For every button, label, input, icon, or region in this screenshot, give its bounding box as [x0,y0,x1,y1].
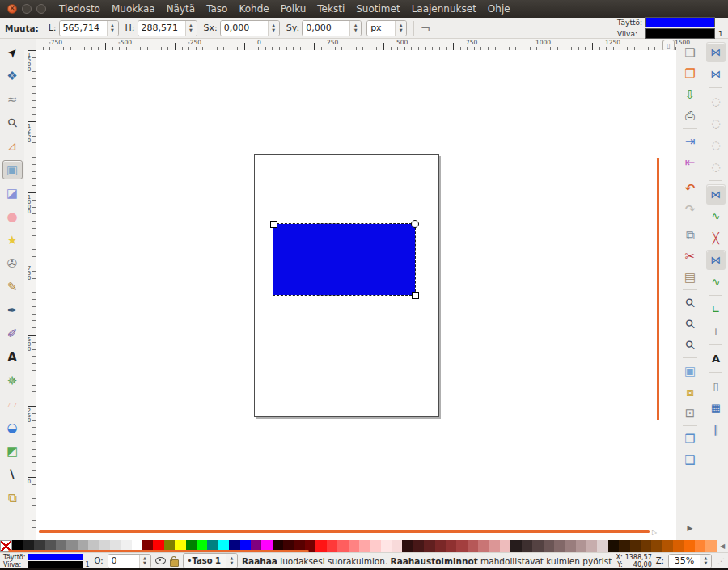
palette-swatch[interactable] [565,540,575,552]
palette-swatch[interactable] [349,540,359,552]
palette-swatch[interactable] [381,540,392,552]
horizontal-ruler[interactable]: -750-500-2500250500750100012501500 [36,39,676,51]
snap-page-border-toggle[interactable]: ▯ [706,376,726,396]
zoom-input[interactable] [669,555,700,568]
menu-ohje[interactable]: Ohje [482,1,516,17]
menu-tiedosto[interactable]: Tiedosto [53,1,106,17]
tweak-tool[interactable]: ≈ [2,90,23,109]
palette-swatch[interactable] [608,540,619,552]
copy-button[interactable]: ⧉ [679,225,700,245]
palette-swatch[interactable] [705,540,716,552]
snap-bbox-edge-midpoints-toggle[interactable]: ◌ [706,135,726,155]
unlink-clone-button[interactable]: ⊡ [679,403,700,423]
palette-swatch[interactable] [446,540,456,552]
dropper-tool[interactable]: ∖ [2,465,23,484]
palette-swatch[interactable] [597,540,607,552]
paint-bucket-tool[interactable]: ◒ [2,418,23,437]
ungroup-button[interactable]: ❑ [679,450,700,470]
text-tool[interactable]: A [2,348,23,367]
palette-swatch[interactable] [413,540,424,552]
palette-swatch[interactable] [315,540,326,552]
duplicate-button[interactable]: ▣ [679,361,700,381]
spinner-arrows-icon[interactable]: ▲▼ [268,21,279,36]
layer-visibility-eye-icon[interactable] [155,557,166,564]
ry-spinbox[interactable]: ▲▼ [302,20,362,36]
palette-swatch[interactable] [359,540,370,552]
menu-näytä[interactable]: Näytä [161,1,201,17]
connector-tool[interactable]: ⧉ [2,488,23,508]
vertical-scrollbar[interactable] [657,158,659,420]
palette-swatch[interactable] [544,540,554,552]
palette-swatch[interactable] [468,540,478,552]
palette-swatch[interactable] [651,540,662,552]
palette-swatch[interactable] [554,540,565,552]
paste-button[interactable]: ▤ [679,267,700,287]
palette-swatch[interactable] [337,540,348,552]
close-window-button[interactable]: ✕ [7,4,17,14]
snap-object-centers-toggle[interactable]: + [706,321,726,341]
unit-value[interactable] [367,21,395,36]
palette-swatch[interactable] [586,540,597,552]
palette-swatch[interactable] [370,540,380,552]
snap-paths-toggle[interactable]: ∿ [706,206,726,226]
height-input[interactable] [138,21,185,36]
fill-swatch[interactable] [28,554,83,560]
snap-bbox-centers-toggle[interactable]: ◌ [706,157,726,177]
palette-swatch[interactable] [695,540,705,552]
snap-enable-toggle[interactable]: ⋈ [706,42,726,62]
palette-swatch[interactable] [402,540,413,552]
palette-swatch[interactable] [630,540,641,552]
spinner-arrows-icon[interactable]: ▲▼ [395,21,406,36]
fill-swatch[interactable] [645,17,715,27]
palette-swatch[interactable] [641,540,651,552]
palette-swatch[interactable] [489,540,500,552]
resize-grip-icon[interactable]: ⋰ [717,557,725,565]
spinner-arrows-icon[interactable]: ▲▼ [700,555,711,568]
star-tool[interactable]: ★ [2,230,23,250]
palette-arrow-icon[interactable]: ◀ [717,540,728,552]
box3d-tool[interactable]: ◪ [2,184,23,203]
menu-taso[interactable]: Taso [201,1,233,17]
cut-button[interactable]: ✂ [679,246,700,266]
menu-suotimet[interactable]: Suotimet [350,1,405,17]
opacity-spinbox[interactable]: ▲▼ [108,554,151,568]
palette-swatch[interactable] [478,540,489,552]
redo-button[interactable]: ↷ [679,199,700,219]
snap-bbox-edges-toggle[interactable]: ◌ [706,91,726,112]
opacity-input[interactable] [108,555,139,568]
menu-kohde[interactable]: Kohde [233,1,274,17]
menu-laajennukset[interactable]: Laajennukset [406,1,482,17]
width-spinbox[interactable]: ▲▼ [59,20,119,36]
snap-text-baseline-toggle[interactable]: A [706,348,726,369]
height-spinbox[interactable]: ▲▼ [138,20,197,36]
palette-swatch[interactable] [619,540,629,552]
palette-swatch[interactable] [510,540,521,552]
layer-select[interactable]: • Taso 1 ▲▼ [183,553,238,568]
undo-button[interactable]: ↶ [679,178,700,198]
rx-input[interactable] [221,21,268,36]
open-document-button[interactable]: ❐ [679,63,700,83]
canvas[interactable] [36,50,676,540]
spinner-arrows-icon[interactable]: ▲▼ [185,21,197,36]
rx-spinbox[interactable]: ▲▼ [220,20,280,36]
palette-swatch[interactable] [435,540,446,552]
import-button[interactable]: ⇥ [679,131,700,151]
resize-handle-top-left[interactable] [270,221,277,228]
group-button[interactable]: ❒ [679,429,700,449]
measure-tool[interactable]: ⊿ [2,137,23,156]
ry-input[interactable] [303,21,349,36]
corner-radius-handle[interactable] [411,220,419,228]
pen-tool[interactable]: ✒ [2,301,23,320]
zoom-spinbox[interactable]: ▲▼ [668,554,712,568]
vertical-ruler[interactable]: 1500125010007505002500-250 [24,50,36,540]
snap-grid-toggle[interactable]: ▦ [706,398,726,418]
unit-select[interactable]: ▲▼ [366,20,407,36]
selector-tool[interactable]: ➤ [0,39,26,67]
rectangle-tool[interactable]: ▣ [2,160,23,179]
horizontal-scrollbar[interactable] [39,530,650,533]
clone-button[interactable]: ⧈ [679,382,700,402]
snap-midpoints-toggle[interactable]: ∟ [706,299,726,319]
menu-muokkaa[interactable]: Muokkaa [106,1,161,17]
palette-swatch[interactable] [522,540,532,552]
palette-swatch[interactable] [673,540,684,552]
